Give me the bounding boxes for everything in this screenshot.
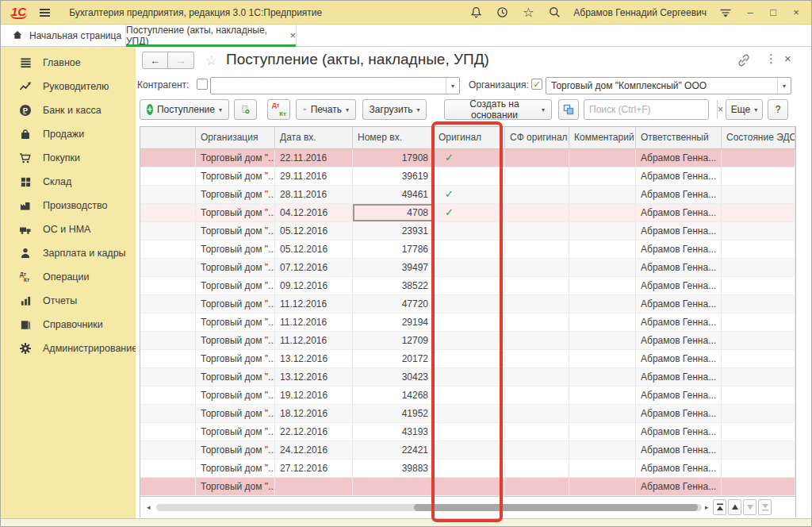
table-row[interactable]: Торговый дом "...24.12.201622421Абрамов … [140, 441, 795, 460]
column-header-rowmark-cell[interactable] [140, 127, 196, 148]
comment-cell[interactable] [569, 149, 636, 167]
org-cell[interactable]: Торговый дом "... [196, 441, 275, 459]
edo-state-cell[interactable] [722, 204, 795, 221]
original-cell[interactable] [434, 314, 505, 331]
org-cell[interactable]: Торговый дом "... [196, 149, 275, 167]
org-cell[interactable]: Торговый дом "... [196, 240, 275, 258]
more-button[interactable]: Еще ▾ [726, 99, 763, 120]
sidebar-item-sales[interactable]: Продажи [1, 122, 136, 146]
help-button[interactable]: ? [768, 99, 788, 120]
home-tab[interactable]: Начальная страница [1, 25, 125, 47]
sf-original-cell[interactable] [505, 350, 569, 367]
original-cell[interactable]: ✓ [434, 204, 505, 221]
table-row[interactable]: Торговый дом "...19.12.201614268Абрамов … [140, 387, 795, 405]
table-row[interactable]: Торговый дом "...27.12.201639883Абрамов … [140, 460, 795, 478]
number-cell[interactable]: 39619 [353, 167, 434, 185]
rowmark-cell[interactable] [140, 387, 196, 404]
column-header-sf-original-cell[interactable]: СФ оригинал [505, 127, 569, 148]
edo-exchange-button[interactable] [558, 99, 579, 120]
date-cell[interactable]: 11.12.2016 [275, 332, 353, 349]
date-cell[interactable]: 05.12.2016 [275, 222, 353, 240]
comment-cell[interactable] [569, 368, 636, 386]
org-cell[interactable]: Торговый дом "... [196, 295, 275, 313]
favorites-star-icon[interactable]: ☆ [521, 6, 535, 20]
edo-state-cell[interactable] [722, 350, 795, 367]
rowmark-cell[interactable] [140, 350, 196, 367]
number-cell[interactable]: 38522 [353, 277, 434, 294]
edo-state-cell[interactable] [722, 314, 795, 331]
edo-state-cell[interactable] [722, 368, 795, 386]
org-cell[interactable]: Торговый дом "... [196, 222, 275, 240]
sf-original-cell[interactable] [505, 332, 569, 349]
edo-state-cell[interactable] [722, 387, 795, 404]
original-cell[interactable] [434, 277, 505, 294]
number-cell[interactable]: 39497 [353, 259, 434, 276]
favorite-star-icon[interactable]: ☆ [205, 52, 217, 69]
comment-cell[interactable] [569, 167, 636, 185]
table-row[interactable]: Торговый дом "...22.11.201617908✓Абрамов… [140, 149, 795, 167]
list-down-button[interactable] [743, 499, 756, 515]
rowmark-cell[interactable] [140, 186, 196, 203]
sidebar-item-bank-cash[interactable]: Р Банк и касса [1, 98, 136, 122]
org-cell[interactable]: Торговый дом "... [196, 350, 275, 367]
sidebar-item-administration[interactable]: Администрирование [1, 337, 136, 360]
original-cell[interactable] [434, 259, 505, 276]
sf-original-cell[interactable] [505, 167, 569, 185]
number-cell[interactable]: 4708 [353, 204, 434, 221]
sidebar-item-reports[interactable]: Отчеты [1, 289, 136, 313]
responsible-cell[interactable]: Абрамов Генна... [636, 478, 722, 495]
original-cell[interactable] [434, 350, 505, 367]
date-cell[interactable]: 04.12.2016 [275, 204, 353, 221]
table-row[interactable]: Торговый дом "...07.12.201639497Абрамов … [140, 259, 795, 277]
date-cell[interactable]: 11.12.2016 [275, 314, 353, 331]
column-header-org-cell[interactable]: Организация [196, 127, 275, 148]
list-begin-button[interactable] [713, 499, 726, 515]
comment-cell[interactable] [569, 478, 636, 495]
org-cell[interactable]: Торговый дом "... [196, 259, 275, 276]
sidebar-item-directories[interactable]: Справочники [1, 313, 136, 337]
org-cell[interactable]: Торговый дом "... [196, 405, 275, 422]
responsible-cell[interactable]: Абрамов Генна... [636, 186, 722, 203]
scroll-right-arrow[interactable]: ▸ [705, 497, 709, 518]
responsible-cell[interactable]: Абрамов Генна... [636, 222, 722, 240]
sf-original-cell[interactable] [505, 314, 569, 331]
main-menu-icon[interactable] [40, 9, 50, 17]
table-row[interactable]: Торговый дом "...Абрамов Генна... [140, 478, 795, 496]
responsible-cell[interactable]: Абрамов Генна... [636, 277, 722, 294]
rowmark-cell[interactable] [140, 259, 196, 276]
responsible-cell[interactable]: Абрамов Генна... [636, 460, 722, 477]
counterparty-combobox[interactable]: ▾ [210, 77, 460, 94]
rowmark-cell[interactable] [140, 478, 196, 495]
comment-cell[interactable] [569, 204, 636, 221]
org-cell[interactable]: Торговый дом "... [196, 186, 275, 203]
number-cell[interactable]: 12709 [353, 332, 434, 349]
table-row[interactable]: Торговый дом "...18.12.201641952Абрамов … [140, 405, 795, 423]
sf-original-cell[interactable] [505, 368, 569, 386]
form-close-icon[interactable]: × [784, 52, 791, 65]
table-row[interactable]: Торговый дом "...05.12.201617786Абрамов … [140, 240, 795, 259]
org-cell[interactable]: Торговый дом "... [196, 314, 275, 331]
sidebar-item-operations[interactable]: ДтКт Операции [1, 265, 136, 289]
link-icon[interactable] [737, 53, 751, 71]
date-cell[interactable]: 13.12.2016 [275, 368, 353, 386]
date-cell[interactable]: 18.12.2016 [275, 405, 353, 422]
table-row[interactable]: Торговый дом "...13.12.201620172Абрамов … [140, 350, 795, 368]
table-row[interactable]: Торговый дом "...04.12.20164708✓Абрамов … [140, 204, 795, 222]
edo-state-cell[interactable] [722, 332, 795, 349]
chevron-down-icon[interactable]: ▾ [777, 78, 791, 94]
original-cell[interactable] [434, 387, 505, 404]
original-cell[interactable] [434, 441, 505, 459]
rowmark-cell[interactable] [140, 332, 196, 349]
org-cell[interactable]: Торговый дом "... [196, 204, 275, 221]
more-menu-icon[interactable]: ⋮ [765, 52, 777, 66]
comment-cell[interactable] [569, 259, 636, 276]
responsible-cell[interactable]: Абрамов Генна... [636, 350, 722, 367]
rowmark-cell[interactable] [140, 441, 196, 459]
date-cell[interactable]: 24.12.2016 [275, 441, 353, 459]
show-postings-button[interactable]: ДтКт [267, 99, 290, 120]
table-row[interactable]: Торговый дом "...29.11.201639619Абрамов … [140, 167, 795, 186]
date-cell[interactable]: 05.12.2016 [275, 240, 353, 258]
org-cell[interactable]: Торговый дом "... [196, 478, 275, 495]
sf-original-cell[interactable] [505, 240, 569, 258]
maximize-button[interactable]: □ [768, 6, 779, 18]
